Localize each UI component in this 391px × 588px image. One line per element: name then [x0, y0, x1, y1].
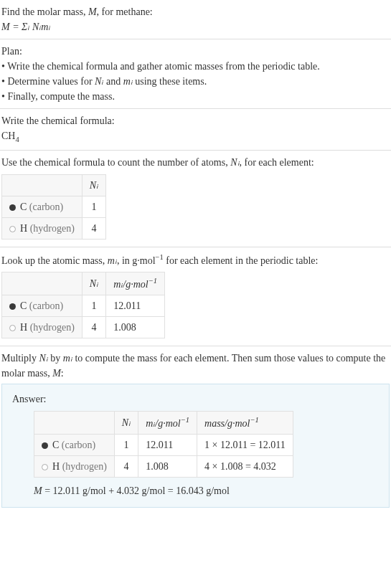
n-cell: 4: [82, 316, 105, 338]
hydrogen-swatch-icon: [42, 464, 48, 470]
col-mass: mass/g·mol−1: [197, 411, 293, 434]
intro-section: Find the molar mass, M, for methane: M =…: [0, 0, 391, 39]
count-section: Use the chemical formula to count the nu…: [0, 151, 391, 247]
chemical-formula: CH4: [1, 128, 390, 146]
col-n: Nᵢ: [82, 174, 105, 196]
plan-bullet: • Finally, compute the mass.: [1, 89, 390, 104]
intro-text-post: , for methane:: [97, 6, 153, 17]
table-row: H (hydrogen) 4 1.008 4 × 1.008 = 4.032: [34, 455, 293, 477]
table-header-row: Nᵢ mᵢ/g·mol−1: [2, 272, 165, 295]
mass-cell: 1 × 12.011 = 12.011: [197, 434, 293, 455]
table-row: H (hydrogen) 4: [2, 217, 106, 239]
m-cell: 1.008: [138, 455, 197, 477]
element-cell: H (hydrogen): [2, 316, 83, 338]
mass-section: Look up the atomic mass, mᵢ, in g·mol−1 …: [0, 247, 391, 346]
compute-section: Multiply Nᵢ by mᵢ to compute the mass fo…: [0, 346, 391, 512]
col-m: mᵢ/g·mol−1: [106, 272, 165, 295]
var-M: M: [88, 6, 97, 17]
col-n: Nᵢ: [114, 411, 138, 434]
mass-table: Nᵢ mᵢ/g·mol−1 C (carbon) 1 12.011 H (hyd…: [1, 272, 165, 338]
table-row: H (hydrogen) 4 1.008: [2, 316, 165, 338]
chemical-formula-section: Write the chemical formula: CH4: [0, 109, 391, 151]
mass-text: Look up the atomic mass, mᵢ, in g·mol−1 …: [1, 252, 390, 268]
table-header-row: Nᵢ mᵢ/g·mol−1 mass/g·mol−1: [34, 411, 293, 434]
table-row: C (carbon) 1 12.011 1 × 12.011 = 12.011: [34, 434, 293, 455]
m-cell: 1.008: [106, 316, 165, 338]
n-cell: 1: [114, 434, 138, 455]
element-cell: H (hydrogen): [2, 217, 83, 239]
eq-rhs: = Σᵢ Nᵢmᵢ: [10, 22, 51, 32]
hydrogen-swatch-icon: [9, 226, 16, 232]
element-cell: H (hydrogen): [34, 455, 115, 477]
plan-bullet: • Write the chemical formula and gather …: [1, 59, 390, 74]
element-cell: C (carbon): [34, 434, 115, 455]
plan-bullet: • Determine values for Nᵢ and mᵢ using t…: [1, 74, 390, 89]
carbon-swatch-icon: [9, 204, 16, 211]
hydrogen-swatch-icon: [9, 325, 16, 331]
n-cell: 1: [82, 295, 105, 316]
molar-mass-equation: M = Σᵢ Nᵢmᵢ: [1, 19, 390, 34]
carbon-swatch-icon: [42, 442, 48, 449]
col-element: [34, 411, 115, 434]
carbon-swatch-icon: [9, 303, 16, 310]
m-cell: 12.011: [106, 295, 165, 316]
mass-cell: 4 × 1.008 = 4.032: [197, 455, 293, 477]
n-cell: 4: [82, 217, 105, 239]
m-cell: 12.011: [138, 434, 197, 455]
count-table: Nᵢ C (carbon) 1 H (hydrogen) 4: [1, 174, 106, 240]
compute-text: Multiply Nᵢ by mᵢ to compute the mass fo…: [1, 351, 390, 381]
answer-table: Nᵢ mᵢ/g·mol−1 mass/g·mol−1 C (carbon) 1 …: [34, 411, 293, 478]
answer-label: Answer:: [12, 392, 379, 407]
element-cell: C (carbon): [2, 196, 83, 217]
table-header-row: Nᵢ: [2, 174, 106, 196]
count-text: Use the chemical formula to count the nu…: [1, 155, 390, 170]
intro-text: Find the molar mass,: [1, 6, 88, 17]
final-result: M = 12.011 g/mol + 4.032 g/mol = 16.043 …: [34, 483, 379, 498]
table-row: C (carbon) 1 12.011: [2, 295, 165, 316]
intro-line: Find the molar mass, M, for methane:: [1, 4, 390, 19]
formula-heading: Write the chemical formula:: [1, 113, 390, 128]
table-row: C (carbon) 1: [2, 196, 106, 217]
col-element: [2, 272, 83, 295]
answer-box: Answer: Nᵢ mᵢ/g·mol−1 mass/g·mol−1 C (ca…: [1, 384, 390, 508]
element-cell: C (carbon): [2, 295, 83, 316]
col-m: mᵢ/g·mol−1: [138, 411, 197, 434]
n-cell: 1: [82, 196, 105, 217]
col-element: [2, 174, 83, 196]
plan-section: Plan: • Write the chemical formula and g…: [0, 39, 391, 109]
plan-heading: Plan:: [1, 44, 390, 59]
col-n: Nᵢ: [82, 272, 105, 295]
n-cell: 4: [114, 455, 138, 477]
eq-lhs: M: [1, 22, 10, 32]
